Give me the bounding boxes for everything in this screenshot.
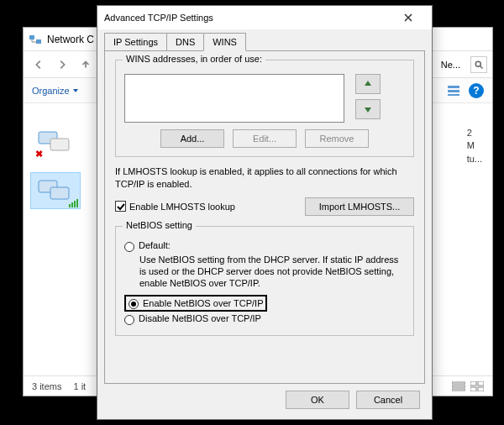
radio-disable-label: Disable NetBIOS over TCP/IP (139, 313, 261, 323)
svg-rect-7 (50, 139, 69, 150)
svg-point-2 (475, 61, 480, 66)
help-icon[interactable]: ? (469, 83, 484, 98)
address-tail: Ne... (441, 60, 460, 70)
organize-label: Organize (32, 86, 70, 96)
radio-default-label: Default: (139, 240, 171, 250)
radio-icon (124, 242, 134, 252)
remove-button[interactable]: Remove (305, 129, 369, 148)
radio-icon (124, 315, 134, 325)
radio-default[interactable]: Default: (124, 240, 405, 252)
up-button[interactable] (76, 55, 96, 75)
move-down-button[interactable] (355, 99, 381, 119)
wins-address-list[interactable] (124, 74, 344, 123)
search-box[interactable] (470, 56, 487, 73)
advanced-tcpip-dialog: Advanced TCP/IP Settings IP Settings DNS… (97, 5, 433, 420)
forward-button[interactable] (52, 55, 72, 75)
tab-dns[interactable]: DNS (166, 33, 204, 50)
default-description: Use NetBIOS setting from the DHCP server… (139, 254, 405, 290)
tab-ip-settings[interactable]: IP Settings (104, 33, 167, 50)
wins-addresses-group: WINS addresses, in order of use: Add... … (115, 60, 414, 157)
status-selection: 1 it (73, 381, 86, 391)
move-up-button[interactable] (355, 74, 381, 94)
view-icon[interactable] (447, 84, 460, 97)
adapter-item-1[interactable]: ✖ (37, 129, 74, 159)
svg-rect-14 (452, 382, 465, 384)
radio-icon (129, 299, 139, 309)
adapter-item-2[interactable] (37, 177, 74, 207)
tab-wins[interactable]: WINS (203, 33, 246, 51)
svg-rect-11 (71, 202, 73, 207)
details-view-icon[interactable] (452, 381, 465, 391)
svg-rect-15 (452, 386, 465, 387)
chevron-down-icon (72, 87, 79, 94)
netbios-group-label: NetBIOS setting (123, 220, 196, 230)
enable-lmhosts-checkbox[interactable]: Enable LMHOSTS lookup (115, 201, 235, 212)
svg-rect-5 (448, 94, 459, 96)
svg-rect-0 (29, 35, 34, 39)
wins-panel: WINS addresses, in order of use: Add... … (104, 50, 425, 384)
adapter-details-peek: 2 M tu... (467, 127, 482, 165)
edit-button[interactable]: Edit... (233, 129, 297, 148)
network-icon (29, 33, 42, 46)
add-button[interactable]: Add... (160, 129, 224, 148)
svg-rect-18 (478, 381, 484, 386)
close-button[interactable] (391, 8, 425, 28)
organize-menu[interactable]: Organize (32, 86, 79, 96)
svg-rect-13 (76, 199, 78, 207)
svg-rect-4 (448, 90, 459, 92)
signal-icon (69, 199, 79, 209)
import-lmhosts-button[interactable]: Import LMHOSTS... (305, 197, 414, 216)
dialog-titlebar: Advanced TCP/IP Settings (97, 6, 432, 29)
radio-enable-netbios[interactable]: Enable NetBIOS over TCP/IP (124, 295, 405, 312)
netbios-group: NetBIOS setting Default: Use NetBIOS set… (115, 226, 414, 336)
radio-disable-netbios[interactable]: Disable NetBIOS over TCP/IP (124, 313, 405, 325)
svg-rect-10 (69, 204, 71, 207)
svg-rect-20 (478, 387, 484, 391)
dialog-button-row: OK Cancel (97, 391, 432, 419)
svg-rect-12 (74, 201, 76, 207)
back-button[interactable] (29, 55, 49, 75)
svg-rect-3 (448, 86, 459, 88)
disabled-x-icon: ✖ (35, 149, 47, 160)
dialog-title-text: Advanced TCP/IP Settings (104, 13, 213, 23)
tiles-view-icon[interactable] (470, 381, 484, 391)
svg-rect-17 (470, 381, 476, 386)
cancel-button[interactable]: Cancel (356, 391, 420, 409)
wins-group-label: WINS addresses, in order of use: (123, 54, 265, 64)
svg-rect-9 (50, 187, 69, 199)
svg-rect-16 (452, 389, 465, 391)
lmhosts-info-text: If LMHOSTS lookup is enabled, it applies… (115, 165, 414, 191)
svg-rect-19 (470, 387, 476, 391)
checkbox-icon (115, 201, 126, 212)
enable-lmhosts-label: Enable LMHOSTS lookup (129, 202, 235, 212)
tab-strip: IP Settings DNS WINS (97, 29, 432, 50)
radio-enable-label: Enable NetBIOS over TCP/IP (143, 298, 263, 308)
ok-button[interactable]: OK (286, 391, 349, 409)
parent-title-text: Network C (47, 34, 94, 45)
status-item-count: 3 items (32, 381, 61, 391)
